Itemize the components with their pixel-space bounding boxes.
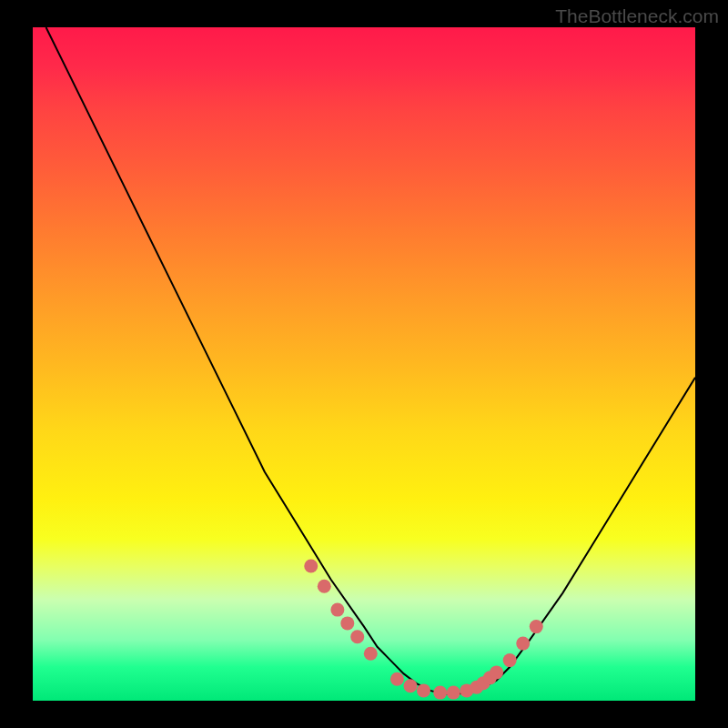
marker-dot: [516, 637, 530, 651]
bottleneck-curve: [46, 27, 695, 694]
marker-dot: [447, 686, 460, 700]
watermark-text: TheBottleneck.com: [555, 5, 719, 27]
curve-markers: [304, 560, 543, 700]
marker-dot: [417, 683, 430, 697]
marker-dot: [490, 665, 503, 679]
marker-dot: [503, 653, 517, 667]
chart-svg: [33, 27, 695, 701]
marker-dot: [530, 620, 543, 633]
marker-dot: [318, 580, 331, 593]
marker-dot: [390, 672, 404, 686]
marker-dot: [364, 647, 378, 661]
marker-dot: [304, 560, 318, 573]
marker-dot: [350, 630, 364, 643]
marker-dot: [330, 603, 344, 617]
marker-dot: [433, 686, 447, 700]
chart-plot-area: [33, 27, 695, 701]
marker-dot: [340, 616, 354, 630]
marker-dot: [403, 679, 417, 693]
